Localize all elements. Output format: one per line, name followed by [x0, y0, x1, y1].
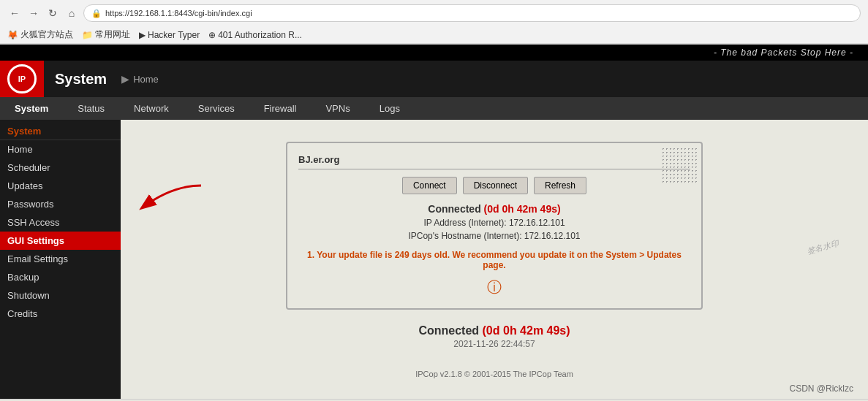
address-bar[interactable]: 🔒 https://192.168.1.1:8443/cgi-bin/index… — [83, 4, 861, 22]
hostname-detail: IPCop's Hostname (Internet): 172.16.12.1… — [298, 231, 690, 241]
bookmark-401-icon: ⊕ — [208, 30, 216, 40]
bookmark-common-label: 常用网址 — [95, 28, 130, 41]
bookmark-common[interactable]: 📁 常用网址 — [82, 28, 130, 41]
ipcop-logo: IP — [0, 61, 44, 97]
bookmark-common-icon: 📁 — [82, 30, 93, 40]
nav-refresh-button[interactable]: ↻ — [45, 6, 60, 20]
bottom-time-label: (0d 0h 42m 49s) — [483, 324, 570, 337]
sidebar-item-home[interactable]: Home — [0, 140, 121, 159]
bottom-connected-label: Connected (0d 0h 42m 49s) — [150, 324, 839, 337]
url-text: https://192.168.1.1:8443/cgi-bin/index.c… — [105, 9, 252, 18]
arrow-annotation — [128, 178, 216, 224]
content-area: BJ.er.org Connect Disconnect Refresh Con… — [121, 120, 868, 399]
disconnect-button[interactable]: Disconnect — [463, 177, 528, 194]
sidebar-section-label: System — [0, 120, 121, 140]
sidebar-item-shutdown[interactable]: Shutdown — [0, 286, 121, 305]
main-layout: System Home Scheduler Updates Passwords … — [0, 120, 868, 399]
footer-text: IPCop v2.1.8 © 2001-2015 The IPCop Team — [415, 370, 573, 378]
connection-box-title: BJ.er.org — [298, 154, 690, 169]
ipcop-header: IP System ▶ Home — [0, 61, 868, 97]
bookmark-firefox-label: 火狐官方站点 — [20, 28, 73, 41]
sidebar-item-credits[interactable]: Credits — [0, 305, 121, 323]
nav-status[interactable]: Status — [63, 97, 119, 120]
bookmark-hacker[interactable]: ▶ Hacker Typer — [139, 30, 200, 40]
bookmark-hacker-icon: ▶ — [139, 30, 146, 40]
breadcrumb: Home — [133, 74, 159, 85]
ipcop-logo-inner: IP — [7, 64, 37, 93]
lock-icon: 🔒 — [91, 9, 102, 18]
button-row: Connect Disconnect Refresh — [298, 177, 690, 194]
bookmark-firefox-icon: 🦊 — [7, 30, 18, 40]
connection-time: (0d 0h 42m 49s) — [484, 203, 561, 215]
nav-logs[interactable]: Logs — [365, 97, 415, 120]
bookmark-401[interactable]: ⊕ 401 Authorization R... — [208, 30, 302, 40]
nav-network[interactable]: Network — [119, 97, 184, 120]
footer: IPCop v2.1.8 © 2001-2015 The IPCop Team — [135, 364, 853, 384]
sidebar-item-scheduler[interactable]: Scheduler — [0, 159, 121, 177]
nav-forward-button[interactable]: → — [26, 6, 41, 20]
ip-address-detail: IP Address (Internet): 172.16.12.101 — [298, 218, 690, 228]
csdn-watermark: CSDN @Ricklzc — [789, 383, 853, 394]
sidebar-item-backup[interactable]: Backup — [0, 268, 121, 286]
connection-box: BJ.er.org Connect Disconnect Refresh Con… — [286, 142, 703, 310]
bookmark-hacker-label: Hacker Typer — [148, 30, 200, 40]
refresh-button[interactable]: Refresh — [534, 177, 586, 194]
nav-back-button[interactable]: ← — [7, 6, 22, 20]
nav-services[interactable]: Services — [184, 97, 249, 120]
sidebar-item-passwords[interactable]: Passwords — [0, 195, 121, 213]
sidebar: System Home Scheduler Updates Passwords … — [0, 120, 121, 399]
nav-bar: System Status Network Services Firewall … — [0, 97, 868, 120]
bottom-status: Connected (0d 0h 42m 49s) 2021-11-26 22:… — [135, 310, 853, 364]
connect-button[interactable]: Connect — [402, 177, 457, 194]
bookmarks-bar: 🦊 火狐官方站点 📁 常用网址 ▶ Hacker Typer ⊕ 401 Aut… — [0, 26, 868, 44]
sidebar-item-ssh-access[interactable]: SSH Access — [0, 213, 121, 232]
browser-toolbar: ← → ↻ ⌂ 🔒 https://192.168.1.1:8443/cgi-b… — [0, 0, 868, 26]
ipcop-title: System — [44, 71, 118, 88]
top-banner: - The bad Packets Stop Here - — [0, 45, 868, 61]
nav-firewall[interactable]: Firewall — [249, 97, 312, 120]
sidebar-item-updates[interactable]: Updates — [0, 177, 121, 195]
sidebar-item-email-settings[interactable]: Email Settings — [0, 250, 121, 268]
info-icon: ⓘ — [298, 278, 690, 297]
warning-message: 1. Your update file is 249 days old. We … — [298, 250, 690, 270]
dotted-corner — [661, 147, 698, 183]
browser-chrome: ← → ↻ ⌂ 🔒 https://192.168.1.1:8443/cgi-b… — [0, 0, 868, 45]
connection-status: Connected (0d 0h 42m 49s) — [298, 203, 690, 215]
bookmark-401-label: 401 Authorization R... — [218, 30, 302, 40]
sidebar-item-gui-settings[interactable]: GUI Settings — [0, 232, 121, 250]
nav-vpns[interactable]: VPNs — [311, 97, 364, 120]
nav-home-button[interactable]: ⌂ — [64, 6, 79, 20]
nav-system[interactable]: System — [0, 97, 63, 120]
bookmark-firefox[interactable]: 🦊 火狐官方站点 — [7, 28, 73, 41]
header-arrow-icon: ▶ — [118, 73, 133, 85]
bottom-datetime: 2021-11-26 22:44:57 — [150, 339, 839, 349]
